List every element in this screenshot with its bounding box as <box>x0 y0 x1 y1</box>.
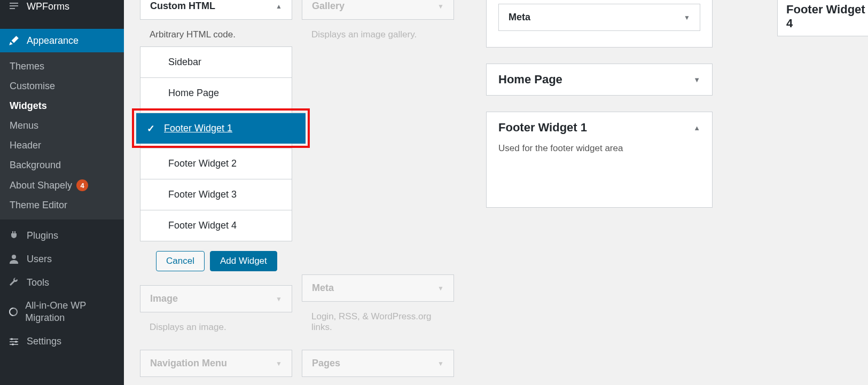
widget-action-buttons: Cancel Add Widget <box>140 241 292 285</box>
svg-point-9 <box>15 341 17 343</box>
annotation-highlight: Footer Widget 1 <box>132 108 310 148</box>
widget-custom-html-desc: Arbitrary HTML code. <box>140 20 292 46</box>
brush-icon <box>7 34 20 47</box>
chevron-down-icon: ▼ <box>276 360 282 367</box>
sidebar-item-label: Appearance <box>27 35 79 46</box>
chevron-down-icon: ▼ <box>437 360 444 367</box>
chevron-down-icon: ▼ <box>437 285 444 292</box>
submenu-menus[interactable]: Menus <box>0 116 124 136</box>
widget-meta-desc: Login, RSS, & WordPress.org links. <box>302 302 454 339</box>
cancel-button[interactable]: Cancel <box>156 251 205 271</box>
area-option-footer-widget-3[interactable]: Footer Widget 3 <box>140 179 292 210</box>
svg-rect-1 <box>10 5 18 6</box>
widget-title: Gallery <box>312 1 345 12</box>
submenu-customise[interactable]: Customise <box>0 76 124 96</box>
plug-icon <box>7 229 20 242</box>
sidebar-item-settings[interactable]: Settings <box>0 330 124 353</box>
widget-nav-header[interactable]: Navigation Menu ▼ <box>140 350 292 377</box>
update-badge: 4 <box>76 179 88 191</box>
widget-area-sidebar-box: Meta ▼ <box>486 0 713 48</box>
sidebar-item-tools[interactable]: Tools <box>0 271 124 294</box>
svg-rect-0 <box>10 3 18 4</box>
area-option-footer-widget-4[interactable]: Footer Widget 4 <box>140 210 292 241</box>
chevron-up-icon: ▲ <box>693 124 700 132</box>
widget-area-chooser: Sidebar Home Page Footer Widget 1 Footer… <box>140 46 292 241</box>
widget-meta-header[interactable]: Meta ▼ <box>302 274 454 302</box>
submenu-background[interactable]: Background <box>0 155 124 175</box>
submenu-about-shapely[interactable]: About Shapely 4 <box>0 175 124 195</box>
chevron-down-icon: ▼ <box>437 3 444 10</box>
svg-point-10 <box>12 343 14 345</box>
sidebar-item-label: Settings <box>27 336 61 347</box>
widget-area-title-text: Footer Widget 1 <box>498 121 587 135</box>
sidebar-item-label: Users <box>27 254 52 265</box>
widget-pages-header[interactable]: Pages ▼ <box>302 350 454 377</box>
area-option-sidebar[interactable]: Sidebar <box>140 46 292 77</box>
submenu-theme-editor[interactable]: Theme Editor <box>0 195 124 215</box>
widget-area-title-text: Home Page <box>498 73 562 87</box>
sidebar-item-appearance[interactable]: Appearance <box>0 29 124 52</box>
admin-sidebar: WPForms Appearance Themes Customise Widg… <box>0 0 124 385</box>
sidebar-item-users[interactable]: Users <box>0 247 124 271</box>
widget-gallery-header[interactable]: Gallery ▼ <box>302 0 454 20</box>
area-option-home-page[interactable]: Home Page <box>140 77 292 108</box>
widget-custom-html-header[interactable]: Custom HTML ▲ <box>140 0 292 20</box>
widget-area-title-text: Footer Widget 4 <box>786 3 865 30</box>
sidebar-item-label: Plugins <box>27 230 58 241</box>
sidebar-item-plugins[interactable]: Plugins <box>0 224 124 247</box>
sliders-icon <box>7 335 20 348</box>
widget-title: Image <box>150 293 178 304</box>
sidebar-item-wpforms[interactable]: WPForms <box>0 0 124 18</box>
svg-rect-2 <box>10 8 15 9</box>
sidebar-item-label: All-in-One WP Migration <box>25 300 116 325</box>
area-option-footer-widget-1[interactable]: Footer Widget 1 <box>136 113 306 144</box>
widget-title: Meta <box>312 282 334 294</box>
widget-area-footer-1[interactable]: Footer Widget 1 ▲ Used for the footer wi… <box>486 112 713 208</box>
sidebar-item-label: Tools <box>27 277 49 288</box>
sidebar-widget-meta[interactable]: Meta ▼ <box>498 4 700 31</box>
submenu-widgets[interactable]: Widgets <box>0 96 124 116</box>
submenu-themes[interactable]: Themes <box>0 57 124 76</box>
sidebar-item-migration[interactable]: All-in-One WP Migration <box>0 294 124 330</box>
widget-title: Custom HTML <box>150 1 215 12</box>
submenu-header[interactable]: Header <box>0 136 124 155</box>
svg-point-3 <box>12 255 16 259</box>
chevron-down-icon: ▼ <box>684 14 690 21</box>
widget-gallery-desc: Displays an image gallery. <box>302 20 454 46</box>
chevron-down-icon: ▼ <box>276 295 282 303</box>
wrench-icon <box>7 276 20 289</box>
form-icon <box>7 0 20 13</box>
widgets-content: Custom HTML ▲ Arbitrary HTML code. Sideb… <box>124 0 868 385</box>
appearance-submenu: Themes Customise Widgets Menus Header Ba… <box>0 52 124 219</box>
widget-area-footer-4[interactable]: Footer Widget 4 <box>777 0 868 36</box>
chevron-down-icon: ▼ <box>693 76 700 84</box>
area-option-footer-widget-2[interactable]: Footer Widget 2 <box>140 148 292 179</box>
widget-title: Pages <box>312 358 340 369</box>
widget-area-desc: Used for the footer widget area <box>487 143 712 207</box>
widget-image-desc: Displays an image. <box>140 312 292 339</box>
migration-icon <box>7 305 19 318</box>
widget-image-header[interactable]: Image ▼ <box>140 285 292 312</box>
add-widget-button[interactable]: Add Widget <box>210 251 277 271</box>
widget-area-home-page[interactable]: Home Page ▼ <box>486 64 713 96</box>
chevron-up-icon: ▲ <box>276 3 282 10</box>
widget-instance-title: Meta <box>509 12 530 23</box>
svg-point-8 <box>11 338 13 340</box>
user-icon <box>7 253 20 265</box>
widget-title: Navigation Menu <box>150 358 227 369</box>
sidebar-item-label: WPForms <box>27 1 69 12</box>
